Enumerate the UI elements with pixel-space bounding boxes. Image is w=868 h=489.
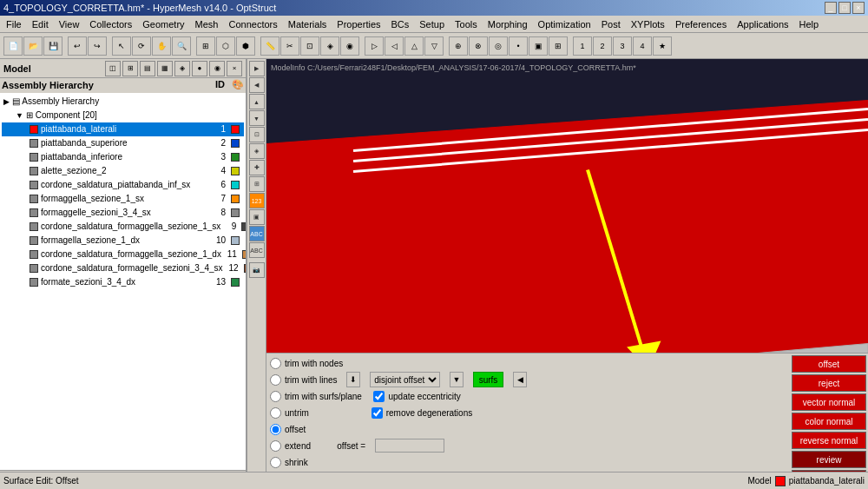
tree-item-4[interactable]: cordone_saldatura_piattabanda_inf_sx 6	[2, 178, 244, 192]
tree-item-component[interactable]: ▼ ⊞ Component [20]	[2, 109, 244, 122]
menu-view[interactable]: View	[55, 18, 84, 30]
menu-tools[interactable]: Tools	[450, 18, 482, 30]
trim-surfs-radio[interactable]	[270, 391, 281, 402]
tb-wireframe[interactable]: ⬡	[216, 36, 235, 56]
tb-mesh-icon[interactable]: ⊞	[549, 36, 568, 56]
tb-open[interactable]: 📂	[23, 36, 43, 56]
tb-view1[interactable]: 1	[573, 36, 592, 56]
menu-file[interactable]: File	[2, 18, 26, 30]
offset-input[interactable]: 2.000	[375, 439, 444, 453]
viewport[interactable]: ModelInfo C:/Users/Ferrari248F1/Desktop/…	[266, 59, 868, 489]
vs-btn-3[interactable]: ▲	[249, 94, 265, 109]
tb-b10[interactable]: ◎	[489, 36, 508, 56]
tree-item-3[interactable]: alette_sezione_2 4	[2, 164, 244, 178]
tb-b1[interactable]: ⊡	[300, 36, 319, 56]
tb-view4[interactable]: 4	[633, 36, 652, 56]
tb-surface-icon[interactable]: ▣	[529, 36, 548, 56]
menu-connectors[interactable]: Connectors	[224, 18, 281, 30]
minimize-button[interactable]: _	[825, 2, 837, 14]
menu-setup[interactable]: Setup	[415, 18, 449, 30]
tree-item-root[interactable]: ▶ ▤ Assembly Hierarchy	[2, 95, 244, 109]
tree-item-8[interactable]: formagella_sezione_1_dx 10	[2, 234, 244, 248]
menu-properties[interactable]: Properties	[332, 18, 385, 30]
offset-button[interactable]: offset	[792, 355, 866, 373]
vs-btn-1[interactable]: ▶	[249, 61, 265, 76]
menu-collectors[interactable]: Collectors	[85, 18, 136, 30]
tb-redo[interactable]: ↪	[88, 36, 107, 56]
maximize-button[interactable]: □	[838, 2, 851, 14]
tb-view2[interactable]: 2	[593, 36, 612, 56]
model-icon-3[interactable]: ▤	[140, 61, 155, 76]
menu-bcs[interactable]: BCs	[387, 18, 414, 30]
disjoint-arrow[interactable]: ▼	[450, 372, 464, 387]
close-button[interactable]: ×	[852, 2, 865, 14]
vs-btn-5[interactable]: ⊡	[249, 127, 265, 142]
tree-item-0[interactable]: piattabanda_laterali 1	[2, 122, 244, 136]
surfs-button[interactable]: surfs	[473, 372, 504, 387]
vs-btn-10[interactable]: ▣	[249, 209, 265, 225]
trim-nodes-radio[interactable]	[270, 358, 281, 369]
reverse-normal-button[interactable]: reverse normal	[792, 432, 866, 449]
tree-item-7[interactable]: cordone_saldatura_formaggella_sezione_1_…	[2, 220, 244, 234]
tb-save[interactable]: 💾	[43, 36, 62, 56]
tb-fit[interactable]: ⊞	[196, 36, 215, 56]
menu-post[interactable]: Post	[597, 18, 625, 30]
menu-mesh[interactable]: Mesh	[191, 18, 223, 30]
vs-btn-12[interactable]: ABC	[249, 242, 265, 258]
tree-item-2[interactable]: piattabanda_inferiore 3	[2, 150, 244, 164]
menu-optimization[interactable]: Optimization	[534, 18, 595, 30]
tb-b2[interactable]: ◈	[320, 36, 339, 56]
tb-b3[interactable]: ◉	[340, 36, 359, 56]
menu-edit[interactable]: Edit	[28, 18, 53, 30]
menu-morphing[interactable]: Morphing	[483, 18, 532, 30]
tb-shaded[interactable]: ⬢	[236, 36, 255, 56]
tb-undo[interactable]: ↩	[68, 36, 87, 56]
trim-lines-arrow[interactable]: ⬇	[346, 372, 360, 387]
tb-zoom[interactable]: 🔍	[172, 36, 191, 56]
model-icon-2[interactable]: ⊞	[122, 61, 138, 76]
reject-button[interactable]: reject	[792, 374, 866, 392]
shrink-radio[interactable]	[270, 457, 281, 468]
tree-item-5[interactable]: formaggella_sezione_1_sx 7	[2, 192, 244, 206]
vs-btn-13[interactable]: 📷	[249, 262, 265, 278]
menu-preferences[interactable]: Preferences	[671, 18, 731, 30]
tb-pan[interactable]: ✋	[152, 36, 171, 56]
close-panel-icon[interactable]: ×	[227, 61, 242, 76]
menu-geometry[interactable]: Geometry	[138, 18, 188, 30]
review-button[interactable]: review	[792, 451, 866, 468]
menu-applications[interactable]: Applications	[733, 18, 792, 30]
tb-render[interactable]: ★	[653, 36, 672, 56]
tb-b7[interactable]: ▽	[424, 36, 444, 56]
untrim-radio[interactable]	[270, 407, 281, 419]
tb-new[interactable]: 📄	[3, 36, 23, 56]
extend-radio[interactable]	[270, 440, 281, 452]
vs-btn-7[interactable]: ✚	[249, 160, 265, 175]
tree-item-11[interactable]: formate_sezioni_3_4_dx 13	[2, 275, 244, 289]
menu-xyplots[interactable]: XYPlots	[627, 18, 669, 30]
vector-normal-button[interactable]: vector normal	[792, 393, 866, 411]
tree-item-10[interactable]: cordone_saldatura_formagelle_sezioni_3_4…	[2, 261, 244, 275]
vs-btn-2[interactable]: ◀	[249, 77, 265, 93]
disjoint-select[interactable]: disjoint offset	[370, 372, 440, 387]
tb-b8[interactable]: ⊕	[449, 36, 468, 56]
tb-measure[interactable]: 📏	[260, 36, 279, 56]
titlebar-controls[interactable]: _ □ ×	[825, 2, 865, 14]
model-icon-4[interactable]: ▦	[157, 61, 173, 76]
remove-degen-checkbox[interactable]	[372, 407, 383, 419]
model-icon-5[interactable]: ◈	[174, 61, 190, 76]
tb-b4[interactable]: ▷	[365, 36, 384, 56]
update-eccentricity-checkbox[interactable]	[373, 391, 385, 402]
vs-btn-8[interactable]: ⊞	[249, 176, 265, 192]
color-normal-button[interactable]: color normal	[792, 413, 866, 430]
vs-btn-11[interactable]: ABC	[249, 226, 265, 241]
tb-b6[interactable]: △	[404, 36, 424, 56]
model-icon-1[interactable]: ◫	[105, 61, 121, 76]
surfs-end-arrow[interactable]: ◀	[513, 372, 527, 387]
tree-item-1[interactable]: piattabanda_superiore 2	[2, 136, 244, 150]
offset-radio[interactable]	[270, 424, 281, 435]
model-icon-7[interactable]: ◉	[209, 61, 225, 76]
tb-rotate[interactable]: ⟳	[132, 36, 151, 56]
menu-help[interactable]: Help	[795, 18, 824, 30]
vs-btn-9[interactable]: 123	[249, 193, 265, 208]
tb-b5[interactable]: ◁	[385, 36, 404, 56]
